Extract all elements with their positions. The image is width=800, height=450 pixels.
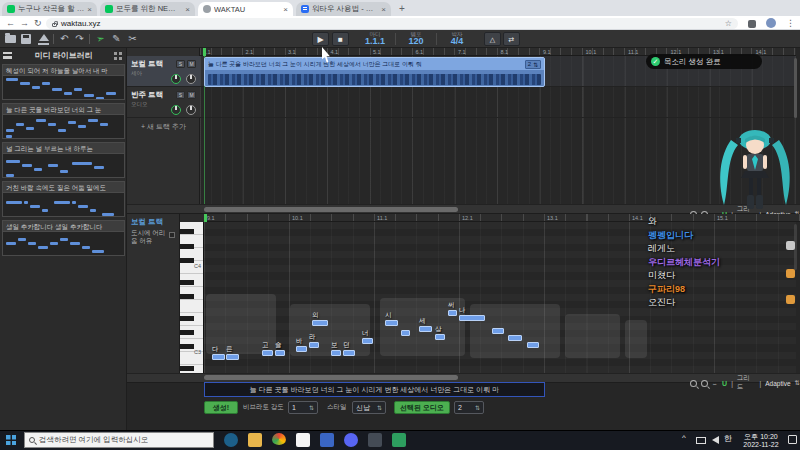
volume-knob[interactable]: [171, 74, 181, 84]
pan-knob[interactable]: [186, 105, 196, 115]
zoom-in-icon[interactable]: [701, 380, 708, 387]
network-icon[interactable]: [696, 437, 706, 444]
midi-note[interactable]: [343, 350, 355, 356]
position-display[interactable]: 마디 1.1.1: [356, 31, 394, 47]
spinner-icon[interactable]: ⇅: [795, 379, 800, 387]
black-key[interactable]: [180, 316, 194, 321]
midi-note[interactable]: [309, 342, 319, 348]
browser-tab-waktau-active[interactable]: WAKTAU ×: [198, 2, 293, 16]
midi-note[interactable]: [508, 335, 522, 341]
tempo-display[interactable]: 템포 120: [397, 31, 435, 47]
ime-indicator[interactable]: 한: [724, 433, 732, 444]
library-item[interactable]: 생일 추카합니다 생일 추카합니다: [2, 220, 125, 256]
chrome-menu-icon[interactable]: ⋮: [786, 18, 795, 28]
taskbar-app-chrome[interactable]: [272, 433, 286, 447]
selected-audio-value-box[interactable]: 2 ⇅: [454, 401, 484, 414]
save-icon[interactable]: [21, 33, 34, 45]
arrange-horizontal-scrollbar[interactable]: [204, 207, 458, 212]
mute-button[interactable]: M: [187, 91, 196, 99]
taskbar-search[interactable]: 검색하려면 여기에 입력하십시오: [24, 432, 214, 448]
midi-note[interactable]: [492, 328, 504, 334]
midi-note[interactable]: [459, 315, 485, 321]
pianoroll-track-label[interactable]: 보컬 트랙: [131, 217, 163, 227]
address-bar[interactable]: waktau.xyz ☆: [46, 18, 738, 29]
reload-icon[interactable]: ↻: [34, 18, 42, 28]
track-row-vocal[interactable]: 보컬 트랙 세아 S M: [127, 56, 200, 87]
midi-note[interactable]: [262, 350, 273, 356]
taskbar-app-gray[interactable]: [368, 433, 382, 447]
clip-take-counter[interactable]: 2 ⇅: [525, 60, 541, 69]
taskbar-app-discord[interactable]: [344, 433, 358, 447]
open-file-icon[interactable]: [5, 33, 18, 45]
black-key[interactable]: [180, 366, 194, 371]
zoom-out-icon[interactable]: [690, 380, 697, 387]
start-button[interactable]: [6, 435, 16, 445]
clip-checkbox[interactable]: [169, 232, 175, 238]
export-icon[interactable]: [37, 33, 50, 45]
midi-note[interactable]: [362, 338, 373, 344]
fit-icon[interactable]: ⇔: [712, 380, 719, 387]
library-item[interactable]: 늘 다른 곳을 바라보던 너의 그 눈: [2, 103, 125, 139]
black-key[interactable]: [180, 344, 194, 349]
generate-button[interactable]: 생성!: [204, 401, 238, 414]
loop-button[interactable]: ⇄: [503, 32, 520, 46]
taskbar-clock[interactable]: 오후 10:20 2022-11-22: [738, 433, 784, 448]
style-value-box[interactable]: 신남 ⇅: [352, 401, 386, 414]
spinner-icon[interactable]: ⇅: [377, 404, 382, 411]
library-view-icon[interactable]: [114, 52, 122, 60]
forward-icon[interactable]: →: [20, 18, 29, 28]
cut-tool-icon[interactable]: ✂: [126, 33, 139, 45]
library-item[interactable]: 거친 바람 속에도 짙은 어둠 밑에도: [2, 181, 125, 217]
grid-mode-select[interactable]: Adaptive: [765, 380, 790, 387]
tray-chevron-icon[interactable]: ^: [682, 433, 686, 442]
redo-icon[interactable]: ↷: [73, 33, 86, 45]
black-key[interactable]: [180, 280, 194, 285]
notification-center-icon[interactable]: [788, 435, 797, 444]
bookmark-star-icon[interactable]: ☆: [725, 19, 732, 28]
tab-close-icon[interactable]: ×: [381, 5, 386, 14]
undo-icon[interactable]: ↶: [58, 33, 71, 45]
volume-icon[interactable]: [712, 436, 719, 444]
lyric-input-bar[interactable]: 늘 다른 곳을 바라보던 너의 그 눈이 시리게 변한 세상에서 너만은 그대로…: [204, 382, 545, 397]
new-tab-button[interactable]: +: [396, 3, 408, 15]
pianoroll-horizontal-scrollbar[interactable]: [204, 375, 458, 380]
tab-close-icon[interactable]: ×: [185, 5, 190, 14]
midi-note[interactable]: [296, 346, 307, 352]
solo-button[interactable]: S: [176, 60, 185, 68]
solo-button[interactable]: S: [176, 91, 185, 99]
black-key[interactable]: [180, 258, 194, 263]
taskbar-app-blue[interactable]: [320, 433, 334, 447]
midi-note[interactable]: [212, 354, 225, 360]
arrange-vertical-scrollbar[interactable]: [794, 58, 797, 118]
browser-tab-google-docs[interactable]: 워타우 사용법 - Google Docs ×: [296, 2, 391, 16]
vocal-clip[interactable]: 늘 다른 곳을 바라보던 너의 그 눈이 시리게 변한 세상에서 너만은 그대로…: [204, 57, 545, 87]
pan-knob[interactable]: [186, 74, 196, 84]
add-track-button[interactable]: + 새 트랙 추가: [127, 122, 200, 132]
library-item[interactable]: 혜성이 되어 저 하늘을 날아서 내 마: [2, 64, 125, 100]
back-icon[interactable]: ←: [6, 18, 15, 28]
spinner-icon[interactable]: ⇅: [475, 404, 480, 411]
black-key[interactable]: [180, 294, 194, 299]
play-button[interactable]: ▶: [312, 32, 329, 46]
midi-note[interactable]: [275, 350, 285, 356]
mute-button[interactable]: M: [187, 60, 196, 68]
accompaniment-track-lane[interactable]: [200, 87, 796, 118]
profile-avatar[interactable]: [766, 18, 776, 28]
library-item[interactable]: 널 그리는 널 부르는 내 하루는: [2, 142, 125, 178]
midi-note[interactable]: [226, 354, 239, 360]
black-key[interactable]: [180, 244, 194, 249]
black-key[interactable]: [180, 330, 194, 335]
midi-note[interactable]: [527, 342, 539, 348]
stop-button[interactable]: ■: [332, 32, 349, 46]
midi-note[interactable]: [401, 330, 410, 336]
vibrato-value-box[interactable]: 1 ⇅: [288, 401, 318, 414]
spinner-icon[interactable]: ⇅: [533, 61, 538, 68]
midi-note[interactable]: [331, 350, 341, 356]
spinner-icon[interactable]: ⇅: [309, 404, 314, 411]
midi-note[interactable]: [385, 320, 398, 326]
taskbar-app-green[interactable]: [392, 433, 406, 447]
midi-note[interactable]: [448, 310, 457, 316]
black-key[interactable]: [180, 229, 194, 234]
browser-tab-1[interactable]: 누구나 작곡을 할 수 있는 시대 ×: [2, 2, 97, 16]
browser-tab-2[interactable]: 모두를 위한 NEW 엔진 워타우 ×: [100, 2, 195, 16]
